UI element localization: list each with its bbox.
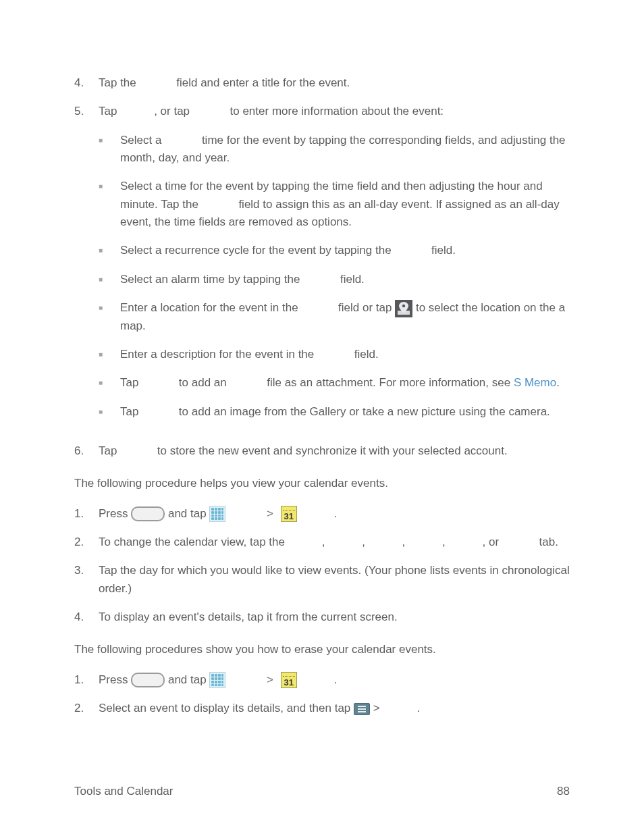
list-item-body: Press and tap > 31 . xyxy=(99,505,570,523)
list-item-body: Tap to store the new event and synchroni… xyxy=(99,442,570,460)
sub-bullet-list: ■Select a time for the event by tapping … xyxy=(99,132,570,421)
list-item: ■Enter a description for the event in th… xyxy=(99,346,570,363)
list-number: 3. xyxy=(74,562,99,579)
apps-grid-icon xyxy=(209,506,225,522)
list-item: ■Select a time for the event by tapping … xyxy=(99,178,570,231)
list-number: 4. xyxy=(74,74,99,92)
list-number: 2. xyxy=(74,533,99,551)
list-item: ■Tap to add an image from the Gallery or… xyxy=(99,403,570,421)
home-button-icon xyxy=(131,673,165,687)
list-item-body: Select a recurrence cycle for the event … xyxy=(120,242,570,259)
view-events-intro: The following procedure helps you view y… xyxy=(74,475,570,492)
list-item-body: Select an alarm time by tapping the fiel… xyxy=(120,271,570,288)
menu-button-icon xyxy=(354,703,370,715)
list-number: 1. xyxy=(74,671,99,689)
list-item: ■Select an alarm time by tapping the fie… xyxy=(99,271,570,288)
list-item-body: Tap the day for which you would like to … xyxy=(99,562,570,598)
footer-section-title: Tools and Calendar xyxy=(74,783,173,800)
list-item-body: Enter a location for the event in the fi… xyxy=(120,299,570,335)
list-item-body: Tap , or tap to enter more information a… xyxy=(99,103,570,432)
list-item-body: Tap to add an file as an attachment. For… xyxy=(120,374,570,392)
list-item-body: Tap to add an image from the Gallery or … xyxy=(120,403,570,421)
list-item-body: Select a time for the event by tapping t… xyxy=(120,132,570,167)
footer-page-number: 88 xyxy=(557,783,570,800)
breadcrumb-separator: > xyxy=(267,671,273,689)
page-footer: Tools and Calendar 88 xyxy=(74,783,570,800)
erase-events-intro: The following procedures show you how to… xyxy=(74,641,570,658)
calendar-icon: 31 xyxy=(281,672,297,688)
bullet: ■ xyxy=(99,178,120,231)
bullet: ■ xyxy=(99,242,120,259)
map-marker-icon xyxy=(395,300,412,317)
list-item-body: To display an event's details, tap it fr… xyxy=(99,608,570,626)
calendar-icon: 31 xyxy=(281,506,297,522)
apps-grid-icon xyxy=(209,672,225,688)
list-item-body: Select an event to display its details, … xyxy=(99,700,570,717)
document-page: 4.Tap the field and enter a title for th… xyxy=(0,0,644,834)
home-button-icon xyxy=(131,506,165,521)
list-item: ■Enter a location for the event in the f… xyxy=(99,299,570,335)
bullet: ■ xyxy=(99,374,120,392)
numbered-list-continuation: 4.Tap the field and enter a title for th… xyxy=(74,74,570,460)
list-item: 3.Tap the day for which you would like t… xyxy=(74,562,570,598)
list-item: 4.Tap the field and enter a title for th… xyxy=(74,74,570,92)
breadcrumb-separator: > xyxy=(267,505,273,523)
bullet: ■ xyxy=(99,132,120,167)
list-number: 2. xyxy=(74,700,99,717)
list-item-body: Tap the field and enter a title for the … xyxy=(99,74,570,92)
list-item-body: Select a time for the event by tapping t… xyxy=(120,178,570,231)
link[interactable]: S Memo xyxy=(514,376,556,389)
list-number: 6. xyxy=(74,442,99,460)
view-events-steps: 1.Press and tap > 31 .2.To change the ca… xyxy=(74,505,570,627)
list-item: 2.Select an event to display its details… xyxy=(74,700,570,717)
svg-point-1 xyxy=(402,304,405,307)
list-item-body: To change the calendar view, tap the , ,… xyxy=(99,533,570,551)
list-number: 1. xyxy=(74,505,99,523)
list-item: 1.Press and tap > 31 . xyxy=(74,505,570,523)
list-item: ■Select a time for the event by tapping … xyxy=(99,132,570,167)
list-item: 1.Press and tap > 31 . xyxy=(74,671,570,689)
list-item: 6.Tap to store the new event and synchro… xyxy=(74,442,570,460)
list-number: 5. xyxy=(74,103,99,432)
list-item: 2.To change the calendar view, tap the ,… xyxy=(74,533,570,551)
list-item-body: Enter a description for the event in the… xyxy=(120,346,570,363)
list-number: 4. xyxy=(74,608,99,626)
bullet: ■ xyxy=(99,271,120,288)
bullet: ■ xyxy=(99,299,120,335)
list-item: ■Tap to add an file as an attachment. Fo… xyxy=(99,374,570,392)
bullet: ■ xyxy=(99,403,120,421)
list-item-body: Press and tap > 31 . xyxy=(99,671,570,689)
bullet: ■ xyxy=(99,346,120,363)
list-item: ■Select a recurrence cycle for the event… xyxy=(99,242,570,259)
list-item: 5.Tap , or tap to enter more information… xyxy=(74,103,570,432)
erase-events-steps: 1.Press and tap > 31 .2.Select an event … xyxy=(74,671,570,718)
list-item: 4.To display an event's details, tap it … xyxy=(74,608,570,626)
